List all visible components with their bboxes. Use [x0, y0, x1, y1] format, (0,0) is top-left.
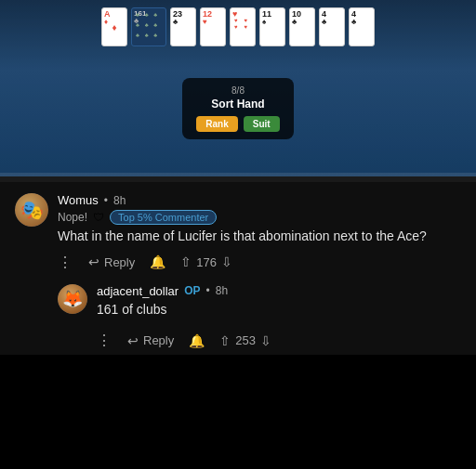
- reply-upvote-icon[interactable]: ⇧: [219, 333, 231, 348]
- like-count-value: 176: [196, 255, 217, 269]
- reply-container: 🦊 adjacent_dollar OP • 8h 161 of clubs ⋮…: [58, 280, 461, 356]
- card-suit: ♣: [351, 19, 356, 26]
- bell-icon[interactable]: 🔔: [150, 254, 165, 269]
- adjacent-avatar: 🦊: [58, 284, 87, 314]
- downvote-icon[interactable]: ⇩: [221, 254, 232, 269]
- game-screenshot: A ♦ ♦ 161 ♣ ♣♣♣ ♣♣♣ ♣♣♣ 23 ♣ 12 ♥ ♥: [0, 0, 476, 176]
- sort-buttons: Rank Suit: [195, 116, 281, 132]
- reply-text: 161 of clubs: [97, 301, 461, 319]
- time-ago: •: [104, 194, 108, 207]
- comment-text: What in the name of Lucifer is that abom…: [58, 228, 461, 246]
- cards-area: A ♦ ♦ 161 ♣ ♣♣♣ ♣♣♣ ♣♣♣ 23 ♣ 12 ♥ ♥: [0, 7, 476, 46]
- card-11: 11 ♠: [259, 7, 285, 46]
- comment-actions: ⋮ ↩ Reply 🔔 ⇧ 176 ⇩: [58, 254, 461, 271]
- reply-label: Reply: [104, 255, 135, 269]
- nope-badge: Nope!: [58, 211, 87, 224]
- card-4b: 4 ♣: [349, 7, 375, 46]
- sort-hand-overlay: 8/8 Sort Hand Rank Suit: [182, 78, 294, 139]
- more-options-icon[interactable]: ⋮: [58, 254, 73, 271]
- reply-header: adjacent_dollar OP • 8h: [97, 284, 461, 298]
- reply-like-section: ⇧ 253 ⇩: [219, 333, 271, 348]
- reply-downvote-icon[interactable]: ⇩: [260, 333, 271, 348]
- card-hearts: ♥ ♥♥ ♥♥: [230, 7, 256, 46]
- card-ace: A ♦ ♦: [101, 7, 127, 46]
- reply-bell-icon[interactable]: 🔔: [189, 333, 205, 348]
- reply-button[interactable]: ↩ Reply: [88, 254, 135, 269]
- main-comment: Womus • 8h Nope! 🛡 Top 5% Commenter What…: [15, 193, 461, 271]
- card-center: ♦: [112, 22, 116, 33]
- reply-label-2: Reply: [143, 333, 174, 347]
- reply-arrow-icon-2: ↩: [127, 333, 139, 348]
- womus-avatar: [15, 193, 48, 227]
- reply-more-options-icon[interactable]: ⋮: [97, 332, 112, 349]
- badge-text: Top 5% Commenter: [118, 212, 208, 223]
- badges-row: Nope! 🛡 Top 5% Commenter: [58, 210, 461, 225]
- card-suit: ♣: [322, 19, 326, 26]
- card-161: 161 ♣ ♣♣♣ ♣♣♣ ♣♣♣: [131, 7, 166, 46]
- comment-time: 8h: [113, 194, 126, 207]
- reply-like-count: 253: [235, 333, 256, 347]
- sort-counter: 8/8: [195, 85, 281, 96]
- card-suit: ♠: [262, 19, 266, 26]
- op-badge: OP: [184, 284, 200, 297]
- reply-username: adjacent_dollar: [97, 284, 178, 298]
- username: Womus: [58, 193, 99, 207]
- rank-button[interactable]: Rank: [196, 116, 237, 132]
- reply-arrow-icon: ↩: [88, 254, 99, 269]
- card-10: 10 ♣: [289, 7, 315, 46]
- card-23: 23 ♣: [170, 7, 196, 46]
- card-4a: 4 ♣: [319, 7, 345, 46]
- card-suit: ♥: [203, 19, 207, 26]
- sort-hand-title: Sort Hand: [195, 98, 281, 111]
- upvote-icon[interactable]: ⇧: [180, 254, 192, 269]
- suit-button[interactable]: Suit: [244, 116, 280, 132]
- card-suit: ♦: [104, 19, 108, 26]
- avatar-image: [15, 193, 48, 227]
- like-section: ⇧ 176 ⇩: [180, 254, 232, 269]
- card-suit: ♣: [173, 19, 178, 26]
- reply-actions: ⋮ ↩ Reply 🔔 ⇧ 253 ⇩: [97, 326, 461, 355]
- card-suit: ♣: [292, 19, 297, 26]
- card-12: 12 ♥: [200, 7, 226, 46]
- avatar-image: 🦊: [58, 284, 87, 314]
- comment-body: Womus • 8h Nope! 🛡 Top 5% Commenter What…: [58, 193, 461, 271]
- top-commenter-badge: Top 5% Commenter: [110, 210, 217, 225]
- reply-body: adjacent_dollar OP • 8h 161 of clubs ⋮ ↩…: [97, 284, 461, 356]
- reply-time: 8h: [216, 284, 228, 297]
- comments-section: Womus • 8h Nope! 🛡 Top 5% Commenter What…: [0, 182, 476, 355]
- time-dot: •: [206, 284, 210, 297]
- comment-header: Womus • 8h: [58, 193, 461, 207]
- reply-reply-button[interactable]: ↩ Reply: [127, 333, 174, 348]
- game-bottom-bar: [0, 173, 476, 176]
- reply-comment: 🦊 adjacent_dollar OP • 8h 161 of clubs ⋮…: [58, 284, 461, 356]
